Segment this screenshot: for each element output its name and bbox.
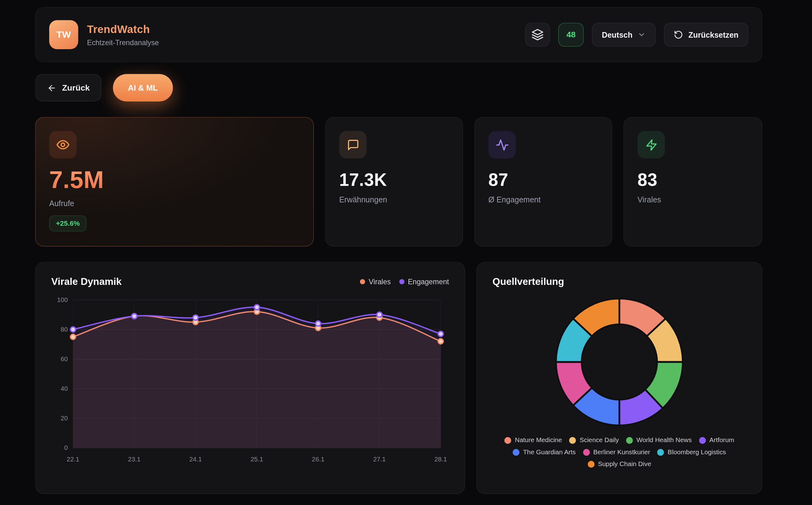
delta-badge: +25.6% (49, 215, 87, 232)
data-point[interactable] (316, 321, 321, 326)
line-chart-legend: ViralesEngagement (360, 278, 449, 286)
donut-chart (493, 293, 746, 432)
stat-label: Ø Engagement (488, 195, 598, 204)
data-point[interactable] (438, 331, 443, 337)
zap-icon (638, 131, 665, 158)
legend-item[interactable]: Berliner Kunstkurier (583, 448, 650, 456)
x-axis-tick: 22.1 (66, 456, 79, 463)
data-point[interactable] (377, 312, 382, 317)
reset-label: Zurücksetzen (688, 30, 739, 39)
x-axis-tick: 27.1 (373, 456, 385, 463)
legend-item[interactable]: Virales (360, 278, 391, 286)
stat-card-aufrufe[interactable]: 7.5M Aufrufe +25.6% (35, 117, 314, 246)
rotate-ccw-icon (674, 30, 683, 39)
data-point[interactable] (70, 327, 76, 332)
back-button[interactable]: Zurück (35, 74, 102, 102)
legend-dot (626, 437, 633, 444)
data-point[interactable] (438, 339, 443, 344)
activity-icon (488, 131, 516, 158)
line-chart-card: Virale Dynamik ViralesEngagement 0204060… (35, 262, 465, 494)
legend-item[interactable]: Bloomberg Logistics (657, 448, 726, 456)
y-axis-tick: 60 (61, 355, 68, 362)
layers-button[interactable] (525, 23, 550, 47)
eye-icon (49, 131, 76, 158)
donut-chart-legend: Nature MedicineScience DailyWorld Health… (497, 437, 742, 468)
stat-label: Erwähnungen (339, 195, 449, 204)
legend-label: Artforum (709, 437, 734, 444)
legend-dot (399, 279, 404, 285)
x-axis-tick: 26.1 (312, 456, 324, 463)
stat-value: 7.5M (49, 165, 300, 194)
message-icon (339, 131, 366, 158)
charts-row: Virale Dynamik ViralesEngagement 0204060… (35, 262, 762, 494)
reset-button[interactable]: Zurücksetzen (664, 23, 749, 47)
legend-item[interactable]: Engagement (399, 278, 449, 286)
language-selector[interactable]: Deutsch (592, 23, 656, 47)
app-subtitle: Echtzeit-Trendanalyse (87, 38, 159, 46)
legend-dot (513, 449, 520, 456)
count-badge[interactable]: 48 (558, 23, 584, 47)
legend-dot (699, 437, 706, 444)
y-axis-tick: 40 (61, 385, 68, 392)
legend-label: Berliner Kunstkurier (593, 448, 650, 456)
legend-label: Virales (369, 278, 391, 286)
stat-value: 17.3K (339, 170, 449, 190)
stat-value: 87 (488, 170, 598, 190)
stat-label: Aufrufe (49, 199, 300, 208)
app-title: TrendWatch (87, 23, 159, 35)
x-axis-tick: 28.1 (434, 456, 447, 463)
trendwatch-dashboard: TW TrendWatch Echtzeit-Trendanalyse 48 D… (0, 0, 812, 505)
legend-label: World Health News (636, 437, 692, 444)
arrow-left-icon (47, 83, 56, 93)
y-axis-tick: 20 (61, 414, 68, 422)
stat-card-engagement[interactable]: 87 Ø Engagement (475, 117, 612, 246)
legend-label: Supply Chain Dive (598, 461, 651, 468)
x-axis-tick: 24.1 (189, 456, 202, 463)
legend-item[interactable]: The Guardian Arts (513, 448, 576, 456)
legend-item[interactable]: Nature Medicine (504, 437, 562, 444)
y-axis-tick: 80 (61, 326, 68, 333)
legend-item[interactable]: Science Daily (569, 437, 619, 444)
header: TW TrendWatch Echtzeit-Trendanalyse 48 D… (35, 7, 762, 62)
data-point[interactable] (193, 315, 198, 320)
legend-label: Nature Medicine (515, 437, 562, 444)
data-point[interactable] (70, 334, 76, 340)
stat-label: Virales (638, 195, 749, 204)
language-label: Deutsch (602, 30, 632, 39)
legend-dot (504, 437, 511, 444)
donut-chart-card: Quellverteilung Nature MedicineScience D… (476, 262, 762, 494)
legend-item[interactable]: Supply Chain Dive (588, 461, 651, 468)
layers-icon (531, 28, 544, 41)
legend-dot (588, 461, 594, 468)
topbar-actions: 48 Deutsch Zurücksetzen (525, 23, 749, 47)
stat-card-erwaehnungen[interactable]: 17.3K Erwähnungen (325, 117, 463, 246)
legend-item[interactable]: Artforum (699, 437, 734, 444)
stat-value: 83 (638, 170, 749, 190)
y-axis-tick: 100 (57, 296, 68, 303)
stat-card-virales[interactable]: 83 Virales (624, 117, 763, 246)
line-chart-title: Virale Dynamik (51, 276, 122, 288)
line-chart: 02040608010022.123.124.125.126.127.128.1 (51, 293, 450, 468)
back-label: Zurück (62, 83, 90, 93)
x-axis-tick: 23.1 (128, 456, 140, 463)
legend-label: Bloomberg Logistics (668, 448, 726, 456)
brand: TW TrendWatch Echtzeit-Trendanalyse (49, 20, 159, 49)
chevron-down-icon (638, 30, 646, 39)
data-point[interactable] (132, 314, 137, 319)
legend-label: Engagement (408, 278, 449, 286)
x-axis-tick: 25.1 (251, 456, 263, 463)
donut-wrap (493, 293, 746, 432)
data-point[interactable] (255, 305, 260, 310)
series-area (73, 307, 441, 448)
y-axis-tick: 0 (64, 444, 68, 451)
legend-dot (360, 279, 365, 285)
active-topic-pill[interactable]: AI & ML (113, 74, 173, 102)
legend-item[interactable]: World Health News (626, 437, 692, 444)
legend-dot (657, 449, 664, 456)
legend-dot (583, 449, 590, 456)
app-logo: TW (49, 20, 78, 49)
legend-label: Science Daily (580, 437, 619, 444)
stats-row: 7.5M Aufrufe +25.6% 17.3K Erwähnungen 87… (35, 117, 762, 246)
legend-dot (569, 437, 576, 444)
donut-chart-title: Quellverteilung (493, 276, 564, 288)
